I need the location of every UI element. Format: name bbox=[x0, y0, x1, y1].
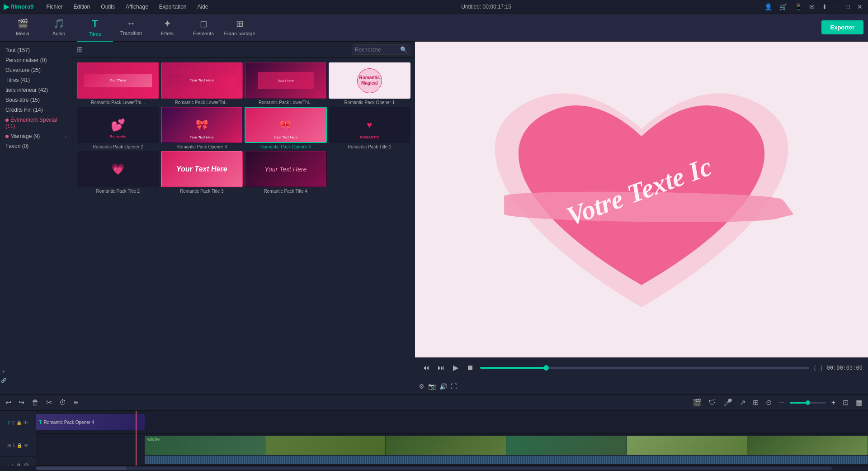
list-item[interactable]: 🎀 Your Text Here Romantic Pack Opener 3 bbox=[161, 107, 243, 149]
track-add-icon[interactable]: + bbox=[2, 369, 5, 374]
timeline-settings-1[interactable]: 🎬 bbox=[691, 398, 703, 407]
sidebar-item-favori[interactable]: Favori (0) bbox=[0, 141, 72, 151]
rewind-button[interactable]: ⏮ bbox=[420, 362, 431, 374]
mail-icon[interactable]: ✉ bbox=[807, 3, 816, 10]
timeline-settings-4[interactable]: ↗ bbox=[738, 398, 747, 407]
redo-button[interactable]: ↪ bbox=[17, 398, 26, 407]
zoom-in[interactable]: + bbox=[830, 399, 837, 407]
progress-bar[interactable] bbox=[480, 367, 809, 369]
thumbnail-rp-title-1[interactable]: ♥ ROMANTIC bbox=[329, 107, 411, 143]
sidebar-marriage-label: Marriage (9) bbox=[10, 133, 40, 139]
menu-aide[interactable]: Aide bbox=[196, 4, 210, 10]
sidebar-item-marriage[interactable]: Marriage (9) › bbox=[0, 131, 72, 141]
sidebar-credits-label: Crédits Fin (14) bbox=[5, 107, 43, 113]
track-1-eye[interactable]: 👁 bbox=[24, 443, 28, 448]
phone-icon[interactable]: 📱 bbox=[793, 3, 804, 10]
tool-titres[interactable]: T Titres bbox=[77, 14, 113, 42]
tool-audio[interactable]: 🎵 Audio bbox=[41, 14, 77, 42]
thumb-label: Romantic Pack Title 2 bbox=[77, 189, 159, 194]
search-icon[interactable]: 🔍 bbox=[400, 46, 407, 53]
scrollbar-thumb[interactable] bbox=[36, 466, 127, 470]
delete-button[interactable]: 🗑 bbox=[30, 399, 41, 407]
preview-volume-button[interactable]: 🔊 bbox=[439, 383, 447, 390]
list-item[interactable]: 💗 Romantic Pack Title 2 bbox=[77, 151, 159, 194]
thumbnail-rp-lower-thi-1[interactable]: TourThere bbox=[77, 62, 159, 99]
preview-camera-button[interactable]: 📷 bbox=[428, 383, 436, 390]
track-2-eye[interactable]: 👁 bbox=[24, 420, 28, 425]
maximize-button[interactable]: □ bbox=[844, 3, 852, 10]
thumbnail-rp-title-2[interactable]: 💗 bbox=[77, 151, 159, 187]
more-options[interactable]: ▦ bbox=[854, 398, 864, 407]
list-item[interactable]: 💕 Romantic Romantic Pack Opener 2 bbox=[77, 107, 159, 149]
tool-ecran-partage[interactable]: ⊞ Écran partagé bbox=[222, 14, 258, 42]
thumbnail-rp-lower-thi-3[interactable]: TourThere bbox=[245, 62, 327, 99]
timeline-settings-6[interactable]: ⊙ bbox=[764, 398, 774, 407]
tool-media[interactable]: 🎬 Média bbox=[5, 14, 41, 42]
thumbnail-rp-lower-thi-2[interactable]: Your Text Here bbox=[161, 62, 243, 99]
list-item[interactable]: TourThere Romantic Pack LowerThi... bbox=[77, 62, 159, 105]
step-back-button[interactable]: ⏭ bbox=[436, 362, 447, 374]
toolbar: 🎬 Média 🎵 Audio T Titres ↔ Transition ✦ … bbox=[0, 14, 868, 42]
zoom-out[interactable]: ─ bbox=[777, 399, 786, 407]
thumbnail-rp-opener-4[interactable]: 🎀 Your Text Here bbox=[245, 107, 327, 143]
list-item[interactable]: Your Text Here Romantic Pack LowerThi... bbox=[161, 62, 243, 105]
user-icon[interactable]: 👤 bbox=[763, 3, 774, 10]
sidebar-item-personnaliser[interactable]: Personnaliser (0) bbox=[0, 55, 72, 65]
zoom-slider[interactable] bbox=[790, 402, 826, 404]
menu-exportation[interactable]: Exportation bbox=[157, 4, 189, 10]
menu-affichage[interactable]: Affichage bbox=[124, 4, 150, 10]
list-item[interactable]: ♥ ROMANTIC Romantic Pack Title 1 bbox=[329, 107, 411, 149]
search-input[interactable] bbox=[355, 47, 400, 53]
video-clip[interactable]: wildlife bbox=[145, 436, 868, 455]
list-item[interactable]: Your Text Here Romantic Pack Title 3 bbox=[161, 151, 243, 194]
list-item[interactable]: 🎀 Your Text Here Romantic Pack Opener 4 bbox=[245, 107, 327, 149]
minimize-button[interactable]: ─ bbox=[833, 3, 841, 10]
sidebar-item-tout[interactable]: Tout (157) bbox=[0, 45, 72, 55]
preview-settings-button[interactable]: ⚙ bbox=[419, 383, 425, 390]
thumbnail-rp-opener-2[interactable]: 💕 Romantic bbox=[77, 107, 159, 143]
sidebar-item-sous-titre[interactable]: Sous-titre (15) bbox=[0, 95, 72, 105]
tool-effets[interactable]: ✦ Effets bbox=[149, 14, 185, 42]
stop-button[interactable]: ⏹ bbox=[465, 362, 476, 374]
sidebar-item-credits-fin[interactable]: Crédits Fin (14) bbox=[0, 105, 72, 115]
thumbnail-rp-opener-1[interactable]: RomanticMagical bbox=[329, 62, 411, 99]
thumbnail-rp-opener-3[interactable]: 🎀 Your Text Here bbox=[161, 107, 243, 143]
sidebar-item-evenement-special[interactable]: Événement Spécial (11) bbox=[0, 115, 72, 131]
download-icon[interactable]: ⬇ bbox=[820, 3, 829, 10]
close-button[interactable]: ✕ bbox=[855, 3, 864, 10]
sidebar-item-titres[interactable]: Titres (41) bbox=[0, 75, 72, 85]
list-item[interactable]: RomanticMagical Romantic Pack Opener 1 bbox=[329, 62, 411, 105]
menu-outils[interactable]: Outils bbox=[99, 4, 117, 10]
thumbnail-rp-title-3[interactable]: Your Text Here bbox=[161, 151, 243, 187]
ecran-partage-icon: ⊞ bbox=[236, 18, 244, 29]
search-box: 🔍 bbox=[352, 44, 410, 55]
timeline-settings-3[interactable]: 🎤 bbox=[722, 398, 734, 407]
timeline-settings-2[interactable]: 🛡 bbox=[707, 399, 718, 407]
cut-button[interactable]: ✂ bbox=[44, 398, 54, 407]
track-1-content: wildlife bbox=[36, 434, 868, 466]
menu-fichier[interactable]: Fichier bbox=[45, 4, 65, 10]
timeline-scrollbar[interactable] bbox=[0, 466, 868, 471]
menu-edition[interactable]: Edition bbox=[72, 4, 92, 10]
list-item[interactable]: TourThere Romantic Pack LowerThi... bbox=[245, 62, 327, 105]
timeline-settings-5[interactable]: ⊞ bbox=[751, 398, 760, 407]
sidebar-item-ouverture[interactable]: Ouverture (25) bbox=[0, 65, 72, 75]
preview-fullscreen-button[interactable]: ⛶ bbox=[451, 383, 457, 390]
grid-options-icon[interactable]: ⊞ bbox=[77, 45, 83, 54]
duration-button[interactable]: ⏱ bbox=[57, 399, 68, 407]
list-item[interactable]: Your Text Here Romantic Pack Title 4 bbox=[245, 151, 327, 194]
track-2-lock[interactable]: 🔒 bbox=[16, 420, 22, 425]
play-button[interactable]: ▶ bbox=[451, 362, 460, 374]
zoom-fit[interactable]: ⊡ bbox=[841, 398, 850, 407]
cart-icon[interactable]: 🛒 bbox=[778, 3, 789, 10]
list-button[interactable]: ≡ bbox=[72, 399, 80, 407]
track-1-lock[interactable]: 🔒 bbox=[17, 443, 22, 448]
tool-elements[interactable]: ◻ Éléments bbox=[185, 14, 222, 42]
link-icon[interactable]: 🔗 bbox=[1, 378, 6, 383]
title-clip[interactable]: T Romantic Pack Opener 4 bbox=[36, 414, 145, 430]
thumbnail-rp-title-4[interactable]: Your Text Here bbox=[245, 151, 327, 187]
tool-transition[interactable]: ↔ Transition bbox=[113, 14, 149, 42]
undo-button[interactable]: ↩ bbox=[4, 398, 13, 407]
export-button[interactable]: Exporter bbox=[821, 20, 863, 34]
sidebar-item-tiers-inferieur[interactable]: tiers inférieur (42) bbox=[0, 85, 72, 95]
